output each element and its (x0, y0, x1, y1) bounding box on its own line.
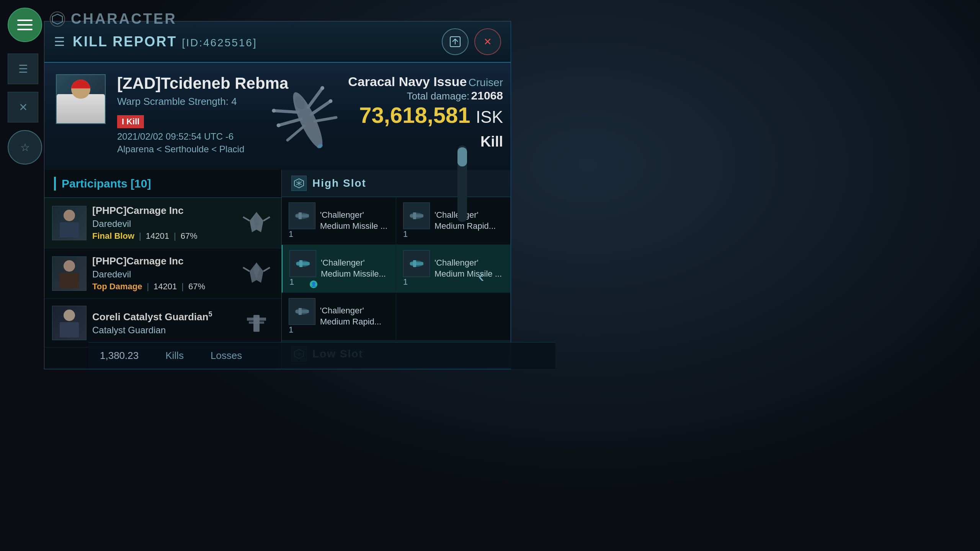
isk-unit: ISK (476, 108, 503, 126)
ship-class: Cruiser (469, 77, 503, 88)
ship-name: Caracal Navy Issue (348, 74, 467, 89)
ship-icon-3 (239, 310, 274, 336)
damage-value: 21068 (471, 89, 503, 102)
export-button[interactable] (442, 28, 469, 55)
bottom-bar: 1,380.23 Kills Losses (88, 342, 555, 369)
close-icon: ✕ (483, 36, 492, 48)
kill-report-label: KILL REPORT (73, 34, 177, 49)
participant-avatar-1 (52, 206, 87, 240)
panel-header: ☰ KILL REPORT [ID:4625516] ✕ (44, 21, 511, 63)
equip-qty-3: 1 (289, 277, 294, 287)
hamburger-icon (17, 20, 33, 30)
svg-line-5 (285, 126, 307, 140)
participants-header: Participants [10] (44, 170, 281, 198)
participant-ship-2: Daredevil (92, 269, 234, 280)
equip-name-5: 'Challenger' Medium Rapid... (320, 305, 389, 327)
svg-rect-30 (299, 260, 302, 267)
svg-rect-26 (410, 214, 423, 217)
sidebar-menu-icon[interactable]: ☰ (8, 54, 38, 84)
damage-value-1: 14201 (146, 231, 169, 241)
equip-icon-1 (289, 202, 315, 229)
equip-qty-5: 1 (289, 325, 293, 334)
svg-rect-36 (299, 308, 302, 315)
close-button[interactable]: ✕ (474, 28, 501, 55)
list-item[interactable]: 1 'Challenger' Medium Rapid... (282, 293, 396, 341)
list-item[interactable]: 1 'Challenger' Medium Missile ... (396, 245, 511, 293)
table-row[interactable]: Coreli Catalyst Guardian5 Catalyst Guard… (44, 299, 281, 347)
list-item[interactable]: 👤 1 'Challenger' Medium Missile... (282, 245, 396, 293)
export-icon (449, 36, 461, 47)
svg-rect-29 (296, 262, 310, 265)
panel-header-left: ☰ KILL REPORT [ID:4625516] (54, 34, 257, 50)
character-label: CHARACTER (71, 11, 177, 27)
top-menu-button[interactable] (8, 8, 42, 42)
svg-line-4 (279, 116, 301, 129)
top-damage-badge: Top Damage (92, 282, 142, 292)
svg-rect-32 (410, 262, 423, 265)
damage-percent-1: 67% (181, 231, 198, 241)
equip-icon-wrapper-4: 1 (403, 250, 430, 287)
final-blow-badge: Final Blow (92, 231, 134, 241)
equip-icon-wrapper-5: 1 (289, 298, 315, 335)
avatar-image (57, 75, 105, 123)
sidebar-star-button[interactable]: ☆ (8, 130, 42, 165)
svg-rect-24 (299, 212, 302, 219)
svg-marker-0 (52, 14, 62, 24)
left-sidebar: ☰ ✕ ☆ (8, 54, 42, 165)
participant-avatar-3 (52, 306, 87, 340)
equip-qty-4: 1 (403, 277, 408, 287)
equip-empty-cell (396, 293, 511, 341)
ship-icon-1 (239, 210, 274, 236)
table-row[interactable]: [PHPC]Carnage Inc Daredevil Top Damage |… (44, 248, 281, 299)
equip-qty-1: 1 (289, 229, 293, 239)
svg-line-16 (263, 217, 270, 221)
participant-corp-1: [PHPC]Carnage Inc (92, 205, 234, 217)
high-slot-icon (291, 176, 307, 191)
table-row[interactable]: [PHPC]Carnage Inc Daredevil Final Blow |… (44, 198, 281, 248)
participants-count: [10] (131, 177, 151, 190)
svg-rect-21 (249, 321, 264, 324)
participant-corp-2: [PHPC]Carnage Inc (92, 255, 234, 267)
svg-line-15 (243, 217, 250, 221)
bottom-val-1: 1,380.23 (100, 350, 139, 362)
participant-ship-3: Catalyst Guardian (92, 325, 234, 336)
participant-info-1: [PHPC]Carnage Inc Daredevil Final Blow |… (92, 205, 234, 241)
kill-report-panel: ☰ KILL REPORT [ID:4625516] ✕ (44, 21, 511, 369)
sidebar-close-icon[interactable]: ✕ (8, 92, 38, 122)
character-icon (50, 11, 65, 27)
svg-line-18 (263, 267, 270, 271)
svg-rect-23 (296, 214, 309, 217)
high-slot-title: High Slot (312, 177, 366, 189)
equip-icon-wrapper-1: 1 (289, 202, 315, 239)
svg-line-17 (243, 267, 250, 271)
equip-name-3: 'Challenger' Medium Missile... (321, 258, 389, 279)
participant-corp-3: Coreli Catalyst Guardian5 (92, 310, 234, 323)
scrollbar[interactable] (457, 145, 467, 222)
bottom-section: Participants [10] [PHPC]Carnage Inc (44, 170, 511, 369)
damage-label: Total damage: (407, 90, 469, 102)
kill-type: Kill (348, 134, 503, 150)
participant-badges-1: Final Blow | 14201 | 67% (92, 231, 234, 241)
list-item[interactable]: 1 'Challenger' Medium Missile ... (282, 197, 396, 245)
participant-badges-2: Top Damage | 14201 | 67% (92, 282, 234, 292)
menu-lines-icon: ☰ (18, 63, 28, 75)
isk-value: 73,618,581 (359, 103, 470, 127)
equip-name-2: 'Challenger' Medium Rapid... (434, 210, 503, 231)
participant-ship-1: Daredevil (92, 218, 234, 229)
scrollbar-thumb (457, 147, 467, 166)
panel-menu-button[interactable]: ☰ (54, 34, 65, 49)
kill-right-info: Caracal Navy Issue Cruiser Total damage:… (348, 74, 503, 150)
kill-badge: I Kill (117, 115, 144, 128)
equip-qty-2: 1 (403, 229, 408, 239)
panel-title: KILL REPORT [ID:4625516] (73, 34, 257, 50)
equip-icon-4 (403, 250, 430, 277)
equipment-panel: High Slot 1 (282, 170, 511, 369)
list-item[interactable]: 1 'Challenger' Medium Rapid... (396, 197, 511, 245)
participants-title: Participants [10] (62, 177, 151, 190)
svg-rect-27 (413, 212, 416, 219)
right-arrow-button[interactable]: ‹ (478, 265, 484, 286)
damage-value-2: 14201 (154, 282, 177, 292)
ship-icon-2 (239, 260, 274, 287)
svg-rect-35 (296, 310, 309, 313)
equip-icon-5 (289, 298, 315, 325)
